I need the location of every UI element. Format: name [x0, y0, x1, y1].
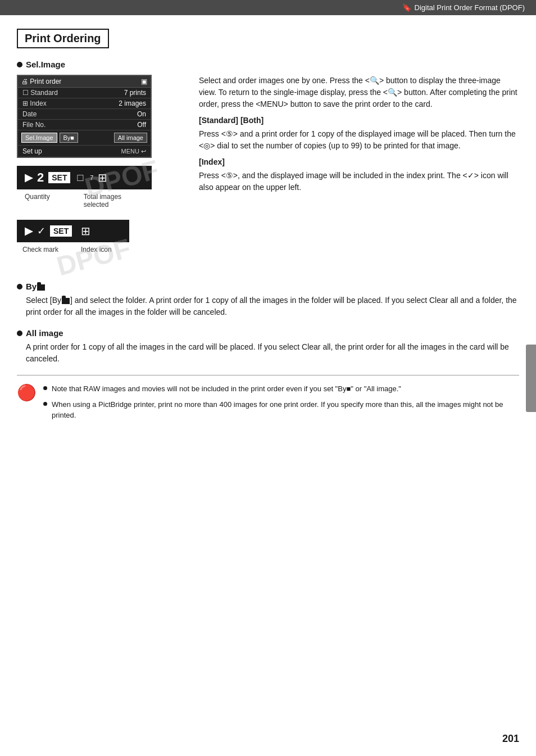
index-value: 2 images: [119, 99, 146, 107]
check-mark-label: Check mark: [22, 246, 58, 253]
total-images-label: Total imagesselected: [84, 193, 121, 209]
diag1-set: SET: [48, 172, 70, 183]
diag2-set: SET: [50, 225, 72, 237]
index-text: Press <⑤>, and the displayed image will …: [199, 170, 519, 193]
by-folder-btn[interactable]: By■: [60, 133, 78, 143]
folder-icon: [37, 284, 45, 291]
all-image-btn[interactable]: All image: [114, 133, 147, 143]
right-column: Select and order images one by one. Pres…: [199, 75, 519, 270]
all-image-label: All image: [26, 328, 63, 338]
by-folder-label: By: [26, 282, 46, 291]
note-bullet-2: [43, 402, 47, 406]
by-bullet: [17, 284, 22, 289]
header-title: Digital Print Order Format (DPOF): [415, 3, 525, 12]
index-title: [Index]: [199, 157, 519, 166]
note-text-1: Note that RAW images and movies will not…: [52, 383, 401, 395]
fileno-label: File No.: [22, 121, 46, 129]
sidebar-tab: [526, 345, 536, 412]
camera-ui-mockup: 🖨 Print order ▣ ☐ Standard 7 prints ⊞ In…: [17, 75, 152, 158]
camera-ui-header: 🖨 Print order ▣: [18, 76, 151, 88]
quantity-label: Quantity: [25, 193, 50, 209]
standard-both-title: [Standard] [Both]: [199, 116, 519, 125]
fileno-value: Off: [137, 121, 146, 129]
diag2-grid: ⊞: [81, 224, 90, 238]
main-content: Print Ordering Sel.Image 🖨 Print order ▣…: [0, 15, 536, 442]
all-bullet: [17, 331, 22, 336]
header-bookmark-icon: 🔖: [402, 3, 411, 12]
all-image-text: A print order for 1 copy of all the imag…: [17, 341, 519, 365]
diag2-arrow: ▶: [25, 225, 33, 237]
folder-icon-inline: [62, 298, 70, 304]
index-icon-label: Index icon: [81, 246, 112, 253]
card-icon: ▣: [141, 78, 147, 85]
all-image-heading: All image: [17, 328, 519, 338]
date-value: On: [137, 110, 146, 118]
standard-both-text: Press <⑤> and a print order for 1 copy o…: [199, 128, 519, 152]
camera-ui-buttons: Sel.Image By■ All image: [18, 130, 151, 146]
note-text-2: When using a PictBridge printer, print n…: [52, 399, 519, 421]
notes-icon: 🔴: [17, 383, 37, 425]
camera-ui-row-index: ⊞ Index 2 images: [18, 98, 151, 109]
note-item-2: When using a PictBridge printer, print n…: [43, 399, 519, 421]
diag1-count: 7: [90, 174, 93, 181]
all-image-section: All image A print order for 1 copy of al…: [17, 328, 519, 365]
bullet-dot: [17, 62, 22, 67]
by-folder-text: Select [By] and select the folder. A pri…: [17, 295, 519, 318]
diagram2-labels: Check mark Index icon: [17, 246, 185, 253]
camera-ui-row-fileno: File No. Off: [18, 120, 151, 130]
diagram2: ▶ ✓ SET ⊞: [17, 220, 129, 242]
diag1-grid: ⊞: [98, 171, 107, 184]
section-title: Print Ordering: [25, 32, 101, 45]
diagram1-labels: Quantity Total imagesselected: [17, 193, 185, 209]
section-title-box: Print Ordering: [17, 29, 109, 48]
by-folder-section: By Select [By] and select the folder. A …: [17, 282, 519, 318]
note-bullet-1: [43, 386, 47, 390]
menu-icon: MENU ↩: [121, 148, 146, 155]
sel-image-para1: Select and order images one by one. Pres…: [199, 75, 519, 110]
two-col-layout: 🖨 Print order ▣ ☐ Standard 7 prints ⊞ In…: [17, 75, 519, 270]
standard-label: ☐ Standard: [22, 89, 58, 97]
print-order-label: 🖨 Print order: [21, 78, 61, 85]
diagram1: ▶ 2 SET □ 7 ⊞: [17, 166, 152, 189]
diag1-number: 2: [37, 170, 44, 185]
note-item-1: Note that RAW images and movies will not…: [43, 383, 519, 395]
camera-ui-setup: Set up MENU ↩: [18, 146, 151, 157]
diag1-rect: □: [77, 172, 83, 184]
index-label: ⊞ Index: [22, 99, 47, 107]
date-label: Date: [22, 110, 37, 118]
diag2-check: ✓: [37, 225, 46, 237]
standard-value: 7 prints: [124, 89, 146, 97]
camera-ui-row-standard: ☐ Standard 7 prints: [18, 88, 151, 98]
page-number: 201: [502, 733, 519, 745]
notes-list: Note that RAW images and movies will not…: [43, 383, 519, 425]
left-column: 🖨 Print order ▣ ☐ Standard 7 prints ⊞ In…: [17, 75, 185, 270]
diag1-arrow: ▶: [25, 171, 33, 184]
by-folder-heading: By: [17, 282, 519, 291]
sel-image-label: Sel.Image: [26, 60, 65, 69]
header-bar: 🔖 Digital Print Order Format (DPOF): [0, 0, 536, 15]
notes-section: 🔴 Note that RAW images and movies will n…: [17, 375, 519, 425]
sel-image-heading: Sel.Image: [17, 60, 519, 69]
sel-image-btn[interactable]: Sel.Image: [21, 133, 57, 143]
setup-label: Set up: [22, 147, 42, 155]
camera-ui-row-date: Date On: [18, 109, 151, 120]
